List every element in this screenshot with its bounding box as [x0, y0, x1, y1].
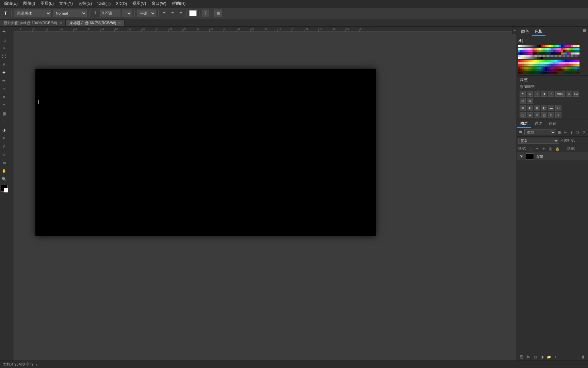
canvas-area[interactable]: /* generated below */ 468101214161820222…	[8, 27, 517, 361]
tab-design-cover-close[interactable]: ✕	[59, 21, 62, 25]
font-size-input[interactable]	[100, 10, 120, 17]
layers-text-filter-icon[interactable]: T	[569, 129, 574, 135]
color-swatch-ffeedd[interactable]	[577, 62, 579, 64]
text-cursor-icon[interactable]: I	[37, 99, 39, 106]
align-left-btn[interactable]: ≡	[161, 10, 168, 17]
color-swatch-226699[interactable]	[577, 67, 579, 69]
layers-tab-paths[interactable]: 路径	[545, 120, 560, 128]
adj-channelmixer[interactable]: ⊠	[527, 98, 533, 104]
layers-toggle-filter-icon[interactable]: ▽	[581, 129, 587, 135]
layers-new-group-icon[interactable]: ⊞	[557, 129, 562, 135]
lock-all-icon[interactable]: 🔒	[555, 146, 560, 151]
status-arrow[interactable]: ›	[36, 363, 37, 367]
dodge-tool[interactable]: ◑	[0, 126, 8, 134]
adj-replace[interactable]: ⊡	[548, 112, 554, 118]
type-tool[interactable]: T	[0, 142, 8, 150]
adj-collu[interactable]: ⊞	[520, 105, 526, 111]
heal-tool[interactable]: ✚	[0, 69, 8, 76]
hand-tool[interactable]: ✋	[0, 167, 8, 174]
color-swatch-003355[interactable]	[577, 69, 579, 71]
lasso-tool[interactable]: ○	[0, 44, 8, 52]
font-size-unit[interactable]: 点	[122, 10, 132, 17]
tab-color[interactable]: 颜色	[518, 28, 532, 36]
layers-tab-layers[interactable]: 图层	[517, 120, 531, 128]
history-brush-tool[interactable]: ⊛	[0, 93, 8, 101]
layers-blend-select[interactable]: 正常	[518, 138, 559, 144]
anti-alias-select[interactable]: 平滑	[137, 10, 156, 17]
clone-tool[interactable]: ⊕	[0, 85, 8, 93]
font-family-select[interactable]: 思源黑体	[14, 10, 51, 17]
color-swatch-dddd33[interactable]	[577, 64, 579, 66]
lock-image-icon[interactable]: ✏	[534, 146, 540, 151]
color-swatch-006699[interactable]	[577, 50, 579, 52]
adj-desaturate2[interactable]: ◱	[541, 112, 547, 118]
color-swatch-442299[interactable]	[577, 55, 579, 57]
layers-panel-menu[interactable]: ☰	[582, 120, 588, 128]
lock-position-icon[interactable]: ✛	[541, 146, 546, 151]
add-link-icon[interactable]: ⛓	[519, 354, 524, 359]
brush-tool[interactable]: ✏	[0, 77, 8, 85]
warp-text-btn[interactable]: ⌶	[202, 10, 209, 17]
adj-vibrance[interactable]: ✓	[548, 91, 554, 97]
add-adjustment-icon[interactable]: ◑	[539, 354, 545, 359]
adj-shadow[interactable]: ◫	[520, 112, 526, 118]
menu-edit[interactable]: 编辑(E)	[1, 0, 20, 7]
tab-untitled-close[interactable]: ✕	[118, 21, 121, 25]
menu-window[interactable]: 窗口(W)	[149, 0, 169, 7]
add-group-icon[interactable]: 📁	[546, 354, 552, 359]
layers-filter-pencil-icon[interactable]: ✏	[563, 129, 568, 135]
layer-item-background[interactable]: 👁 背景	[517, 152, 588, 161]
tab-design-cover[interactable]: 设计封面.psd @ 104%(RGB/8#) ✕	[0, 19, 66, 26]
adj-match[interactable]: ⊜	[534, 112, 540, 118]
menu-image[interactable]: 图像(I)	[20, 0, 38, 7]
menu-filter[interactable]: 滤镜(T)	[95, 0, 113, 7]
color-swatch-ffff99[interactable]	[577, 45, 579, 47]
panel-collapse-btn[interactable]: ≫	[512, 27, 517, 34]
color-swatch-ffeeaa[interactable]	[577, 52, 579, 55]
adj-gradmap[interactable]: ▬	[548, 105, 554, 111]
text-color-swatch[interactable]	[189, 10, 197, 16]
adj-brightness[interactable]: ☀	[520, 91, 526, 97]
color-swatch-000000[interactable]	[541, 57, 543, 59]
layers-tab-channels[interactable]: 通道	[531, 120, 545, 128]
layers-filter-select[interactable]: 类型	[524, 129, 556, 135]
layer-eye-background[interactable]: 👁	[519, 154, 524, 159]
adj-bw[interactable]: BW	[573, 91, 579, 97]
align-center-btn[interactable]: ≡	[169, 10, 176, 17]
menu-help[interactable]: 帮助(H)	[169, 0, 189, 7]
blur-tool[interactable]: ◌	[0, 118, 8, 125]
lock-artboard-icon[interactable]: ◫	[548, 146, 553, 151]
adj-hdr[interactable]: ◈	[527, 112, 533, 118]
adj-levels[interactable]: ▤	[527, 91, 533, 97]
character-options-btn[interactable]: ▦	[214, 10, 222, 17]
shape-tool[interactable]: ▭	[0, 159, 8, 166]
menu-layer[interactable]: 图层(L)	[38, 0, 56, 7]
move-tool[interactable]: ✛	[0, 28, 8, 35]
menu-text[interactable]: 文字(Y)	[56, 0, 76, 7]
adj-posterize[interactable]: ▦	[534, 105, 540, 111]
align-right-btn[interactable]: ≡	[177, 10, 184, 17]
color-swatch-331100[interactable]	[577, 72, 579, 74]
eyedropper-tool[interactable]: ✐	[0, 61, 8, 68]
zoom-tool[interactable]: 🔍	[0, 175, 8, 183]
color-swatch-cc00ff[interactable]	[577, 60, 579, 62]
color-swatch-33ccff[interactable]	[577, 48, 579, 50]
select-tool[interactable]: ⬚	[0, 36, 8, 44]
lock-pixels-icon[interactable]: ⬚	[527, 146, 533, 151]
adj-exposure[interactable]: ◑	[541, 91, 547, 97]
adj-invert[interactable]: ◐	[527, 105, 533, 111]
add-mask-icon[interactable]: ◻	[533, 354, 538, 359]
adj-photofilter[interactable]: ◎	[520, 98, 526, 104]
canvas-wrapper[interactable]: I	[14, 32, 517, 361]
adj-threshold[interactable]: ◧	[541, 105, 547, 111]
adj-colorbalance[interactable]: ⊞	[566, 91, 572, 97]
tab-swatches[interactable]: 色板	[532, 28, 545, 36]
adj-curves[interactable]: ∿	[534, 91, 540, 97]
adj-selective[interactable]: ⊟	[555, 105, 561, 111]
color-panel-options[interactable]: ☰	[582, 28, 587, 33]
adj-equalize[interactable]: ≡	[555, 112, 561, 118]
text-tool-icon[interactable]: T	[2, 10, 9, 17]
gradient-tool[interactable]: ▤	[0, 110, 8, 117]
tab-untitled[interactable]: 未标题-1 @ 66.7%(RGB/8#) ✕	[66, 19, 125, 26]
photoshop-canvas[interactable]: I	[35, 69, 376, 236]
